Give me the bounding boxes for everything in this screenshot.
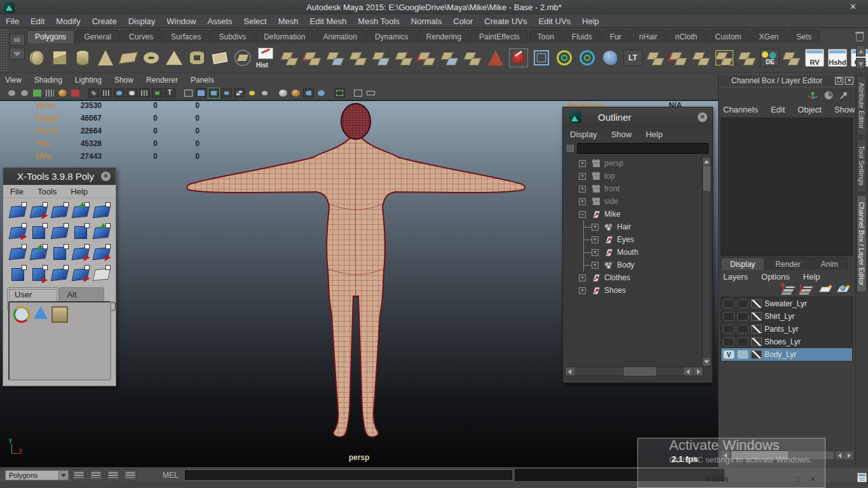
expand-arrow-icon[interactable] [839, 90, 849, 100]
layer-row-shoes[interactable]: Shoes_Lyr [721, 336, 852, 348]
bridge-icon[interactable] [371, 48, 391, 68]
offset-edge-loop-icon[interactable] [668, 48, 689, 68]
layer-color-swatch[interactable] [751, 312, 762, 321]
expand-icon[interactable]: + [579, 160, 586, 167]
outliner-item-mouth[interactable]: + Mouth [564, 246, 702, 259]
move-layer-down-icon[interactable] [802, 284, 815, 295]
no-grid-icon[interactable] [139, 88, 150, 98]
xtools-cone-bend-tool-icon[interactable] [34, 306, 48, 319]
motion-blur-icon[interactable] [316, 88, 327, 98]
outliner-item-clothes[interactable]: + Clothes [564, 271, 702, 284]
poly-pipe-icon[interactable] [187, 48, 207, 68]
dock-restore-icon[interactable]: ❐ [835, 77, 843, 85]
xtools-tool-icon[interactable] [91, 243, 112, 264]
xtools-tool-icon[interactable] [70, 201, 91, 222]
de-lighting-icon[interactable]: DE [760, 49, 779, 67]
wireframe-mode-icon[interactable] [88, 88, 99, 98]
xtools-delete-history-icon[interactable] [91, 264, 112, 285]
outliner-title-bar[interactable]: Outliner ✕ [563, 107, 712, 127]
split-mesh-icon[interactable] [417, 48, 437, 68]
layer-tab-render[interactable]: Render [766, 257, 810, 270]
trades-title-bar[interactable]: trades □ ✕ [638, 472, 825, 486]
xtools-title-bar[interactable]: X-Tools 3.9.8 Poly ✕ [3, 168, 116, 185]
edge-flow-icon[interactable] [782, 48, 802, 68]
speed-gauge-icon[interactable] [824, 90, 834, 100]
layer-color-swatch[interactable] [751, 337, 762, 346]
vertex-color-icon[interactable] [152, 88, 163, 98]
manipulator-icon[interactable] [807, 90, 818, 100]
poly-pyramid-icon[interactable] [164, 48, 184, 68]
expand-icon[interactable]: + [579, 198, 586, 205]
shelf-tab-menu-button[interactable] [10, 34, 25, 46]
trades-restore-icon[interactable]: □ [796, 475, 801, 484]
hypershade-button[interactable]: Hshd [827, 48, 848, 68]
trades-overlay-window[interactable]: trades □ ✕ [637, 438, 825, 488]
merge-vertices-icon[interactable] [440, 48, 460, 68]
layer-color-swatch[interactable] [751, 325, 762, 334]
layer-playback-toggle[interactable] [737, 337, 749, 346]
xtools-rotate-tool-icon[interactable] [13, 306, 30, 323]
textured-cube-icon[interactable] [208, 88, 219, 98]
layer-playback-toggle[interactable] [737, 299, 749, 308]
menu-color[interactable]: Color [447, 17, 478, 26]
shelf-menu-arrow-button[interactable] [10, 48, 25, 60]
image-plane-icon[interactable] [44, 88, 55, 98]
checker-cube-icon[interactable] [234, 88, 245, 98]
shelf-tab-animation[interactable]: Animation [315, 30, 365, 43]
connect-icon[interactable] [737, 48, 757, 68]
lt-mode-button[interactable]: LT [623, 48, 643, 68]
panel-menu-shading[interactable]: Shading [29, 76, 70, 85]
script-editor-icon[interactable] [89, 470, 103, 480]
trades-close-icon[interactable]: ✕ [810, 475, 816, 484]
isolate-select-icon[interactable] [334, 88, 345, 98]
outliner-vertical-scrollbar[interactable] [702, 157, 711, 367]
scroll-up-icon[interactable] [703, 158, 710, 166]
film-gate-icon[interactable] [101, 88, 112, 98]
outliner-item-eyes[interactable]: + Eyes [564, 233, 702, 246]
shelf-tab-xgen[interactable]: XGen [751, 30, 787, 43]
booleans-icon[interactable] [348, 48, 369, 68]
outliner-item-shoes[interactable]: + Shoes [564, 284, 702, 297]
outliner-item-hair[interactable]: + Hair [564, 220, 702, 233]
dock-close-icon[interactable]: ✕ [845, 77, 853, 85]
menu-edit[interactable]: Edit [25, 17, 50, 26]
layer-playback-toggle[interactable] [737, 312, 749, 321]
expand-icon[interactable]: + [579, 186, 586, 193]
layers-menu[interactable]: Layers [719, 272, 757, 281]
outliner-item-persp[interactable]: + persp [564, 157, 702, 170]
combine-icon[interactable] [280, 48, 300, 68]
mel-label[interactable]: MEL [163, 471, 179, 480]
outliner-search-input[interactable] [577, 143, 709, 154]
shelf-tab-ncloth[interactable]: nCloth [667, 30, 706, 43]
shelf-tab-surfaces[interactable]: Surfaces [163, 30, 209, 43]
outliner-filter-icon[interactable] [567, 145, 574, 152]
menu-normals[interactable]: Normals [405, 17, 447, 26]
separate-icon[interactable] [302, 48, 323, 68]
xtools-tool-icon[interactable] [70, 264, 91, 285]
menu-help[interactable]: Help [576, 17, 605, 26]
multi-cut-icon[interactable] [714, 48, 735, 68]
smooth-icon[interactable] [485, 48, 506, 68]
window-close-button[interactable]: ✕ [850, 2, 857, 11]
menu-display[interactable]: Display [123, 17, 161, 26]
outliner-item-body[interactable]: + Body [564, 259, 702, 271]
xtools-tool-icon[interactable] [7, 243, 28, 264]
layer-row-shirt[interactable]: Shirt_Lyr [721, 310, 852, 323]
xtools-tool-icon[interactable] [28, 243, 49, 264]
extrude-icon[interactable] [463, 48, 483, 68]
expand-icon[interactable]: + [592, 224, 599, 231]
default-light-icon[interactable] [247, 88, 257, 98]
select-camera-icon[interactable] [6, 88, 17, 98]
insert-edge-loop-icon[interactable] [646, 48, 666, 68]
shelf-scroll-up-icon[interactable] [856, 45, 865, 57]
menu-mesh[interactable]: Mesh [273, 17, 304, 26]
poly-cylinder-icon[interactable] [72, 48, 93, 68]
shelf-tab-curves[interactable]: Curves [121, 30, 161, 43]
outliner-item-front[interactable]: + front [564, 182, 702, 195]
xtools-menu-help[interactable]: Help [64, 187, 95, 196]
shelf-tab-nhair[interactable]: nHair [631, 30, 666, 43]
no-light-icon[interactable] [259, 88, 270, 98]
textured-sphere-icon[interactable] [290, 88, 301, 98]
render-view-button[interactable]: RV [804, 48, 825, 68]
expand-icon[interactable]: + [579, 287, 586, 294]
